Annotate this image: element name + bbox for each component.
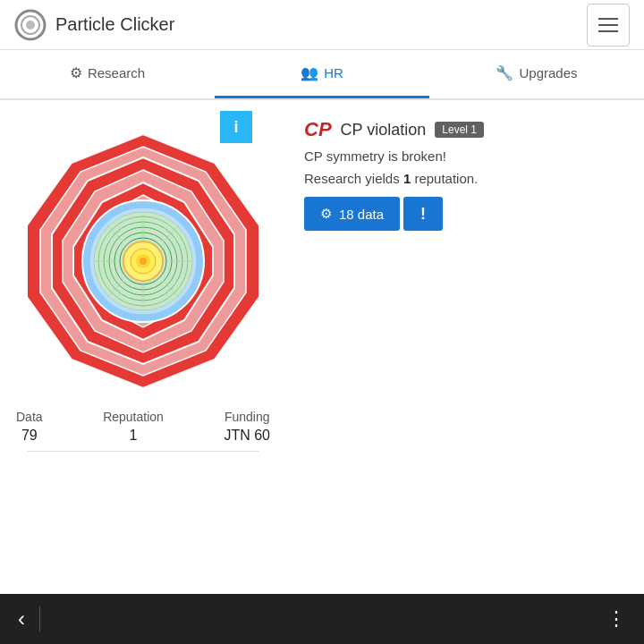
stat-data-value: 79 [21, 428, 38, 444]
research-item-description: CP symmetry is broken! [304, 148, 626, 164]
svg-point-20 [140, 258, 147, 265]
stats-row: Data 79 Reputation 1 Funding JTN 60 [9, 410, 277, 444]
bottom-nav: ‹ ⋮ [0, 594, 644, 644]
stat-funding-label: Funding [225, 410, 270, 424]
alert-button[interactable]: ! [403, 197, 443, 231]
research-tab-icon: ⚙ [70, 64, 82, 81]
more-icon: ⋮ [606, 607, 626, 630]
alert-icon: ! [420, 205, 426, 224]
tab-bar: ⚙ Research 👥 HR 🔧 Upgrades [0, 50, 644, 100]
stat-data: Data 79 [16, 410, 43, 444]
hamburger-button[interactable] [587, 4, 630, 47]
particle-diagram[interactable] [9, 127, 277, 395]
upgrades-tab-label: Upgrades [519, 65, 577, 80]
more-button[interactable]: ⋮ [606, 607, 626, 631]
stat-data-label: Data [16, 410, 43, 424]
stat-reputation-label: Reputation [103, 410, 164, 424]
info-icon: i [233, 118, 238, 137]
hr-tab-label: HR [324, 65, 343, 80]
tab-research[interactable]: ⚙ Research [0, 50, 215, 98]
data-btn-label: 18 data [339, 207, 384, 222]
left-panel: i [0, 100, 286, 594]
research-tab-label: Research [88, 65, 145, 80]
bottom-nav-left: ‹ [18, 606, 40, 631]
research-item: CP CP violation Level 1 CP symmetry is b… [304, 118, 626, 231]
hamburger-line-2 [598, 24, 618, 26]
hr-tab-icon: 👥 [301, 64, 318, 81]
info-button[interactable]: i [220, 111, 252, 143]
hamburger-line-3 [598, 30, 618, 32]
yield-text: Research yields [304, 171, 400, 186]
yield-value: 1 [403, 171, 411, 186]
app-icon [14, 9, 47, 41]
back-icon: ‹ [18, 606, 25, 631]
svg-point-2 [26, 21, 35, 30]
hamburger-line-1 [598, 18, 618, 20]
app-title: Particle Clicker [55, 14, 174, 35]
stat-funding: Funding JTN 60 [224, 410, 270, 444]
right-panel: CP CP violation Level 1 CP symmetry is b… [286, 100, 644, 594]
upgrades-tab-icon: 🔧 [496, 64, 513, 81]
stats-divider [27, 451, 259, 452]
cp-violation-icon: CP [304, 118, 332, 141]
tab-upgrades[interactable]: 🔧 Upgrades [429, 50, 644, 98]
nav-divider [39, 606, 40, 631]
stat-reputation: Reputation 1 [103, 410, 164, 444]
research-item-yield: Research yields 1 reputation. [304, 171, 626, 186]
research-item-title: CP violation [341, 121, 427, 140]
particle-svg [9, 127, 277, 395]
top-bar: Particle Clicker [0, 0, 644, 50]
research-item-header: CP CP violation Level 1 [304, 118, 626, 141]
main-content: i [0, 100, 644, 594]
stat-reputation-value: 1 [130, 428, 138, 444]
stat-funding-value: JTN 60 [224, 428, 270, 444]
research-actions: ⚙ 18 data ! [304, 197, 626, 231]
yield-unit: reputation. [414, 171, 478, 186]
back-button[interactable]: ‹ [18, 606, 25, 631]
data-button[interactable]: ⚙ 18 data [304, 197, 400, 231]
tab-hr[interactable]: 👥 HR [215, 50, 429, 98]
gear-icon: ⚙ [320, 206, 332, 222]
level-badge: Level 1 [435, 122, 484, 138]
top-bar-left: Particle Clicker [14, 9, 174, 41]
